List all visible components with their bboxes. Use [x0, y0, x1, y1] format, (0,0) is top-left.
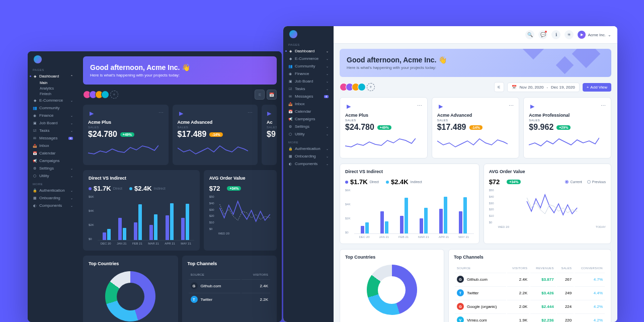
sidebar-item-utility[interactable]: ⬡Utility⌄: [28, 172, 78, 180]
add-view-button[interactable]: +Add View: [583, 83, 611, 92]
sidebar-item-community[interactable]: 👥Community⌄: [283, 62, 334, 70]
info-button[interactable]: ℹ: [551, 30, 560, 39]
sidebar-item-ecommerce[interactable]: ◆E-Commerce⌄: [283, 55, 334, 62]
sidebar-label: Calendar: [295, 109, 311, 114]
add-avatar-button[interactable]: +: [367, 83, 375, 91]
sidebar-item-inbox[interactable]: 📥Inbox: [283, 100, 334, 108]
chevron-down-icon: ⌄: [326, 79, 329, 83]
sidebar-sub-main[interactable]: Main: [28, 80, 78, 86]
sidebar-item-settings[interactable]: ⚙Settings⌄: [28, 165, 78, 172]
sidebar-sub-fintech[interactable]: Fintech: [28, 91, 78, 97]
chart-row: Direct VS Indirect $1.7KDirect $2.4KIndi…: [83, 170, 277, 251]
sidebar-sub-analytics[interactable]: Analytics: [28, 86, 78, 91]
sidebar-item-jobboard[interactable]: ▣Job Board⌄: [283, 77, 334, 85]
sidebar-label: Campaigns: [295, 117, 315, 121]
chevron-down-icon: ⌄: [326, 57, 329, 60]
sidebar-item-campaigns[interactable]: 📢Campaigns: [28, 157, 78, 165]
main-content-light: 🔍 💬 ℹ ☀ ▶Acme Inc.⌄ Good afternoon, Acme…: [334, 26, 617, 322]
table-row[interactable]: GGithub.com2.4K$3.8772674.7%: [455, 273, 605, 285]
banner-subtitle: Here is what's happening with your proje…: [90, 73, 270, 77]
sidebar-item-inbox[interactable]: 📥Inbox: [28, 142, 78, 149]
table-row[interactable]: TTwitter2.2K$3.4262494.4%: [455, 286, 605, 299]
sidebar-item-calendar[interactable]: 📅Calendar: [283, 108, 334, 115]
card-menu-button[interactable]: ⋯: [158, 110, 164, 115]
chart-legend: $1.7KDirect $2.4KIndirect: [89, 185, 194, 192]
sidebar-item-auth[interactable]: 🔒Authentication⌄: [283, 145, 334, 152]
bottom-row: Top Countries Top Channels SOURCEVISITOR…: [83, 256, 277, 322]
sidebar-item-ecommerce[interactable]: ◆E-Commerce⌄: [28, 97, 78, 104]
card-menu-button[interactable]: ⋯: [601, 103, 606, 108]
visitors-value: 2.4K: [242, 279, 270, 292]
campaigns-icon: 📢: [288, 117, 292, 121]
card-menu-button[interactable]: ⋯: [509, 103, 514, 108]
search-button[interactable]: 🔍: [525, 30, 534, 39]
sidebar-item-auth[interactable]: 🔒Authentication⌄: [28, 187, 78, 194]
avatar[interactable]: [358, 83, 366, 91]
card-value: $24.780: [88, 130, 117, 139]
sidebar-item-settings[interactable]: ⚙Settings⌄: [283, 123, 334, 130]
sidebar-item-messages[interactable]: ✉Messages4: [28, 134, 78, 142]
sidebar-item-jobboard[interactable]: ▣Job Board⌄: [28, 119, 78, 127]
filter-button[interactable]: ⚟: [255, 90, 265, 100]
radio-label: Current: [570, 180, 582, 184]
donut-chart: [367, 265, 417, 315]
sidebar-item-campaigns[interactable]: 📢Campaigns: [283, 115, 334, 123]
sidebar-label: Onboarding: [39, 196, 60, 200]
stat-card-plus: ▶⋯ Acme Plus SALES $24.780+49%: [83, 105, 169, 165]
legend-dot: [386, 181, 389, 184]
theme-toggle[interactable]: ☀: [565, 30, 574, 39]
logo[interactable]: [34, 55, 42, 63]
plus-icon: +: [587, 85, 589, 90]
sidebar-item-dashboard[interactable]: ◈Dashboard⌃: [28, 72, 78, 80]
avg-value: $72: [489, 178, 500, 186]
add-avatar-button[interactable]: +: [110, 91, 118, 99]
avatar[interactable]: [101, 91, 109, 99]
sidebar-item-finance[interactable]: ◉Finance⌄: [28, 112, 78, 119]
user-menu[interactable]: ▶Acme Inc.⌄: [578, 31, 611, 39]
finance-icon: ◉: [33, 114, 37, 118]
sidebar-item-components[interactable]: ◐Components⌄: [283, 160, 334, 168]
sidebar-item-community[interactable]: 👥Community: [28, 104, 78, 112]
table-row[interactable]: GGithub.com2.4K: [189, 279, 271, 292]
auth-icon: 🔒: [33, 189, 37, 193]
sidebar-item-components[interactable]: ◐Components⌄: [28, 202, 78, 209]
direct-value: $1.7K: [350, 178, 368, 186]
sparkline-chart: [178, 143, 248, 158]
sidebar-item-calendar[interactable]: 📅Calendar: [28, 149, 78, 157]
sidebar-item-finance[interactable]: ◉Finance⌄: [283, 70, 334, 77]
calendar-icon: 📅: [33, 151, 37, 155]
table-row[interactable]: GGoogle (organic)2.0K$2.4442244.2%: [455, 300, 605, 312]
sidebar-item-tasks[interactable]: ☑Tasks⌄: [28, 127, 78, 134]
dashboard-icon: ◈: [33, 74, 37, 78]
sidebar-item-onboarding[interactable]: ▦Onboarding⌄: [283, 152, 334, 160]
card-menu-button[interactable]: ⋯: [248, 110, 253, 115]
card-title: Ac: [267, 120, 272, 125]
date-range-picker[interactable]: 📅Nov 20, 2020 - Dec 19, 2020: [507, 83, 580, 92]
logo[interactable]: [289, 30, 297, 38]
sidebar-item-dashboard[interactable]: ◈Dashboard⌄: [283, 47, 334, 55]
sidebar-item-messages[interactable]: ✉Messages4: [283, 93, 334, 100]
radio-current[interactable]: Current: [565, 180, 582, 184]
indirect-label: Indirect: [154, 187, 166, 190]
sidebar-item-onboarding[interactable]: ▦Onboarding⌄: [28, 194, 78, 202]
chart-title: AVG Order Value: [209, 176, 271, 181]
stat-card-plus: ▶⋯ Acme Plus SALES $24.780+49%: [340, 97, 428, 158]
sidebar-dark: PAGES ◈Dashboard⌃ Main Analytics Fintech…: [28, 51, 78, 322]
table-row[interactable]: VVimeo.com1.9K$2.2362204.2%: [455, 313, 605, 322]
calendar-button[interactable]: 📅: [267, 90, 277, 100]
radio-previous[interactable]: Previous: [587, 180, 606, 184]
messages-badge: 4: [324, 95, 329, 98]
notifications-button[interactable]: 💬: [538, 30, 547, 39]
messages-icon: ✉: [33, 136, 37, 140]
button-label: Add View: [590, 85, 607, 90]
stat-card-cut: ▶ Ac SALES $9: [262, 105, 277, 165]
card-label: SALES: [529, 119, 606, 122]
main-area: Good afternoon, Acme Inc. 👋 Here is what…: [334, 44, 617, 322]
filter-button[interactable]: ⚟: [494, 82, 504, 92]
tasks-icon: ☑: [33, 129, 37, 133]
sidebar-item-tasks[interactable]: ☑Tasks⌄: [283, 85, 334, 93]
card-menu-button[interactable]: ⋯: [417, 103, 422, 108]
settings-icon: ⚙: [33, 167, 37, 171]
table-row[interactable]: TTwitter2.2K: [189, 293, 271, 305]
sidebar-item-utility[interactable]: ⬡Utility⌄: [283, 130, 334, 138]
